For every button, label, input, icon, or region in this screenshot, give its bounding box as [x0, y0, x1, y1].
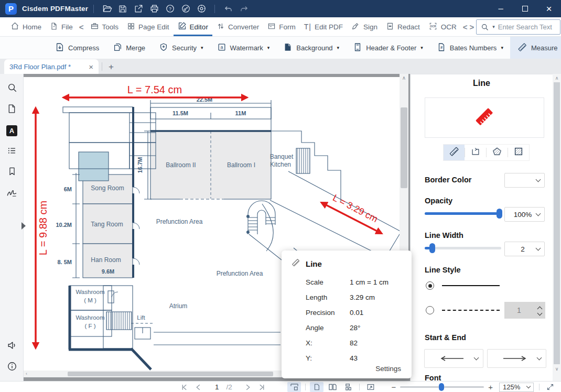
help-button[interactable]: ?	[162, 2, 178, 16]
page-number-input[interactable]: 1	[206, 383, 226, 391]
tool-perimeter[interactable]	[465, 145, 486, 160]
spinner-down-icon[interactable]	[537, 311, 542, 316]
fit-width-button[interactable]	[287, 382, 301, 392]
dashed-line-radio[interactable]	[426, 306, 434, 314]
panel-scrollbar[interactable]: ∧ ∨	[553, 74, 561, 381]
multi-page-button[interactable]	[341, 382, 355, 392]
prefunction-upper-label: Prefunction Area	[156, 218, 203, 225]
open-file-button[interactable]	[99, 2, 115, 16]
line-width-slider-thumb[interactable]	[429, 243, 435, 253]
sidebar-search-button[interactable]	[0, 78, 24, 99]
opacity-slider[interactable]	[425, 212, 501, 215]
horizontal-scroll-thumb[interactable]	[68, 372, 273, 376]
header-footer-button[interactable]: Header & Footer▾	[346, 37, 430, 59]
tab-3rd-floor-plan[interactable]: 3Rd Floor Plan.pdf * ×	[4, 59, 99, 74]
menu-home[interactable]: Home	[6, 17, 46, 36]
merge-button[interactable]: Merge	[106, 37, 152, 59]
sidebar-expand-handle[interactable]	[21, 222, 26, 230]
search-input[interactable]	[498, 23, 556, 31]
zoom-in-button[interactable]: +	[484, 383, 497, 391]
red-ruler-icon	[472, 105, 497, 131]
security-button[interactable]: Security▾	[152, 37, 210, 59]
lift-label: Lift	[137, 314, 145, 321]
close-button[interactable]: ×	[537, 0, 561, 17]
scroll-up-icon[interactable]: ∧	[553, 75, 561, 81]
sidebar-thumbnails-button[interactable]	[0, 99, 24, 120]
watermark-button[interactable]: aWatermark▾	[210, 37, 277, 59]
menu-redact[interactable]: Redact	[382, 17, 424, 36]
bates-numbers-button[interactable]: #Bates Numbers▾	[430, 37, 510, 59]
password-button[interactable]	[178, 2, 193, 16]
single-page-button[interactable]	[310, 382, 323, 392]
sidebar-annotations-button[interactable]: A	[0, 120, 24, 141]
next-page-button[interactable]	[241, 384, 255, 391]
tab-close-icon[interactable]: ×	[89, 62, 93, 71]
last-page-button[interactable]	[255, 384, 269, 391]
menu-tools[interactable]: Tools	[86, 17, 123, 36]
fullscreen-button[interactable]	[543, 383, 558, 391]
maximize-button[interactable]	[513, 0, 537, 17]
menu-form[interactable]: Form	[263, 17, 300, 36]
tool-rect-area[interactable]	[508, 145, 529, 160]
zoom-out-button[interactable]: −	[387, 383, 400, 391]
ruler-icon	[517, 42, 527, 54]
opacity-dropdown[interactable]: 100%	[504, 207, 545, 222]
line-start-dropdown[interactable]	[424, 349, 483, 368]
save-button[interactable]	[115, 2, 131, 16]
zoom-slider[interactable]	[400, 386, 484, 388]
sidebar-list-button[interactable]	[0, 141, 24, 162]
measure-button[interactable]: Measure▾	[510, 37, 561, 59]
background-button[interactable]: Background▾	[276, 37, 346, 59]
previous-page-button[interactable]	[191, 384, 206, 391]
line-end-dropdown[interactable]	[487, 349, 546, 368]
redo-button[interactable]	[236, 2, 252, 16]
solid-line-radio[interactable]	[426, 281, 434, 290]
border-color-dropdown[interactable]	[504, 173, 545, 188]
statusbar-divider	[305, 384, 306, 390]
scroll-left-icon[interactable]: ‹	[26, 371, 27, 377]
menu-converter-label: Converter	[228, 23, 259, 31]
read-aloud-button[interactable]	[0, 336, 24, 357]
menu-editor[interactable]: Editor	[174, 17, 212, 36]
menu-edit-pdf[interactable]: T|Edit PDF	[300, 17, 347, 36]
info-button[interactable]	[0, 357, 24, 378]
menu-page-edit[interactable]: Page Edit	[123, 17, 174, 36]
watermark-icon: a	[217, 42, 226, 53]
sidebar-bookmarks-button[interactable]	[0, 162, 24, 183]
dashed-line-sample	[442, 310, 500, 311]
compress-button[interactable]: Compress	[48, 37, 106, 59]
zoom-level-dropdown[interactable]: 125%	[499, 383, 534, 392]
vertical-scroll-thumb[interactable]	[401, 107, 407, 188]
zoom-slider-thumb[interactable]	[439, 383, 444, 391]
share-button[interactable]	[131, 2, 146, 16]
opacity-slider-thumb[interactable]	[497, 209, 502, 219]
sidebar-signature-button[interactable]	[0, 183, 24, 204]
menu-ocr[interactable]: OCROCR	[424, 17, 461, 36]
scroll-up-icon[interactable]: ∧	[400, 75, 408, 81]
slideshow-button[interactable]	[364, 382, 377, 392]
menu-sign[interactable]: Sign	[347, 17, 382, 36]
menu-history-forward[interactable]: >	[469, 17, 476, 36]
dash-gap-spinner[interactable]: 1	[504, 302, 545, 319]
first-page-button[interactable]	[177, 384, 191, 391]
menu-history-back[interactable]: <	[461, 17, 470, 36]
tool-distance[interactable]	[444, 145, 465, 160]
menu-converter[interactable]: Converter	[212, 17, 263, 36]
line-width-dropdown[interactable]: 2	[504, 242, 545, 256]
two-page-button[interactable]	[326, 382, 339, 392]
menu-scroll-left[interactable]: <	[77, 17, 86, 36]
settings-button[interactable]	[193, 2, 209, 16]
undo-button[interactable]	[220, 2, 236, 16]
menu-file[interactable]: File	[46, 17, 77, 36]
search-options-caret-icon[interactable]: ▾	[492, 24, 495, 29]
panel-scroll-thumb[interactable]	[554, 82, 560, 364]
scroll-down-icon[interactable]: ∨	[553, 366, 561, 372]
new-tab-button[interactable]: +	[105, 62, 117, 72]
tooltip-settings-link[interactable]: Settings	[375, 365, 401, 373]
start-end-label: Start & End	[425, 333, 466, 342]
minimize-button[interactable]: ─	[489, 0, 513, 17]
print-button[interactable]	[146, 2, 162, 16]
window-controls: ─ ×	[489, 0, 561, 17]
line-width-slider[interactable]	[425, 247, 501, 249]
tool-polygon-area[interactable]	[487, 145, 508, 160]
